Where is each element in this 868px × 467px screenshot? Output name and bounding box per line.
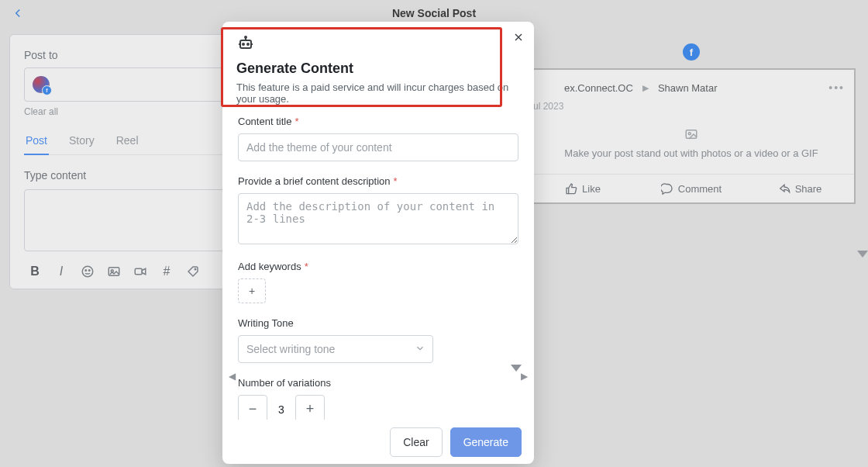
hashtag-icon[interactable]: #	[159, 264, 174, 279]
comment-label: Comment	[678, 183, 722, 195]
scroll-right-icon[interactable]: ▶	[521, 371, 528, 382]
chevron-down-icon	[415, 343, 425, 356]
add-keyword-button[interactable]: +	[238, 278, 266, 303]
emoji-icon[interactable]	[80, 264, 95, 279]
scroll-down-icon[interactable]	[511, 365, 522, 372]
preview-date: ul 2023	[529, 101, 854, 112]
facebook-mini-icon: f	[42, 85, 52, 95]
generate-button[interactable]: Generate	[450, 427, 522, 457]
page-title: New Social Post	[392, 7, 476, 19]
content-title-input[interactable]	[238, 133, 518, 161]
bold-icon[interactable]: B	[27, 264, 43, 279]
preview-panel: f ex.Connect.OC ▶ Shawn Matar ••• ul 202…	[527, 43, 856, 204]
svg-point-12	[245, 36, 246, 38]
content-desc-textarea[interactable]	[238, 193, 518, 244]
tag-icon[interactable]	[185, 264, 201, 279]
scroll-left-icon[interactable]: ◀	[229, 371, 236, 382]
modal-subtitle: This feature is a paid service and will …	[236, 81, 520, 105]
content-desc-label: Provide a brief content description*	[238, 175, 518, 187]
account-avatar[interactable]: f	[33, 76, 50, 93]
comment-action[interactable]: Comment	[637, 175, 746, 202]
writing-tone-select[interactable]	[238, 335, 433, 363]
variations-stepper: − 3 +	[238, 395, 518, 420]
tone-label: Writing Tone	[238, 317, 518, 329]
video-icon[interactable]	[133, 264, 148, 279]
content-title-label: Content title*	[238, 116, 518, 127]
generate-content-modal: Generate Content This feature is a paid …	[222, 22, 534, 464]
decrement-button[interactable]: −	[238, 395, 267, 420]
like-action[interactable]: Like	[529, 175, 637, 202]
keywords-label: Add keywords*	[238, 261, 518, 272]
media-placeholder-icon	[684, 127, 698, 141]
svg-point-11	[247, 43, 249, 45]
svg-point-10	[243, 43, 244, 45]
svg-point-2	[89, 270, 91, 272]
scroll-down-icon[interactable]	[857, 251, 868, 258]
preview-author: Shawn Matar	[658, 82, 718, 94]
share-label: Share	[795, 183, 822, 195]
writing-tone-value[interactable]	[238, 335, 433, 363]
h-scroll-indicator: ◀ ▶	[229, 372, 528, 381]
increment-button[interactable]: +	[295, 395, 325, 420]
modal-title: Generate Content	[236, 61, 520, 77]
like-label: Like	[582, 183, 601, 195]
clear-button[interactable]: Clear	[390, 427, 442, 457]
svg-point-0	[82, 266, 93, 277]
separator-icon: ▶	[642, 83, 649, 93]
close-icon[interactable]	[512, 31, 525, 46]
preview-menu-icon[interactable]: •••	[828, 81, 845, 94]
facebook-icon[interactable]: f	[683, 43, 700, 61]
share-action[interactable]: Share	[746, 175, 854, 202]
back-icon[interactable]	[11, 6, 25, 22]
variations-value: 3	[267, 395, 295, 420]
svg-point-8	[688, 132, 691, 134]
italic-icon[interactable]: I	[53, 264, 69, 279]
robot-icon	[236, 34, 255, 53]
image-icon[interactable]	[106, 264, 122, 279]
tab-story[interactable]: Story	[67, 134, 96, 154]
tab-reel[interactable]: Reel	[115, 134, 140, 154]
preview-page-name: ex.Connect.OC	[564, 82, 633, 94]
svg-rect-5	[135, 268, 142, 275]
svg-point-6	[195, 268, 196, 270]
post-preview-card: ex.Connect.OC ▶ Shawn Matar ••• ul 2023 …	[527, 68, 856, 204]
preview-hint: Make your post stand out with photos or …	[564, 147, 818, 159]
tab-post[interactable]: Post	[24, 134, 49, 154]
svg-point-1	[85, 270, 87, 272]
